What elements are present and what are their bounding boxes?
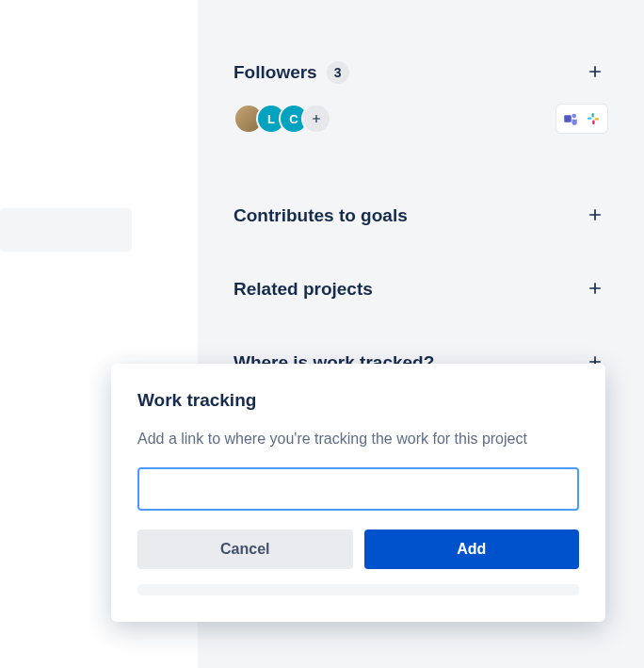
add-goal-button[interactable]: [582, 200, 608, 232]
popup-actions: Cancel Add: [137, 530, 579, 569]
related-header: Related projects: [233, 273, 608, 305]
followers-avatar-row: L C: [233, 104, 608, 134]
add-avatar-button[interactable]: [301, 104, 331, 134]
teams-icon[interactable]: [560, 108, 581, 129]
followers-title-wrap: Followers 3: [233, 61, 349, 84]
plus-icon: [586, 205, 604, 224]
followers-header: Followers 3: [233, 57, 608, 89]
followers-title: Followers: [233, 62, 317, 83]
plus-icon: [310, 112, 323, 125]
avatar-initial: L: [267, 112, 275, 126]
followers-section: Followers 3 L C: [233, 57, 608, 134]
followers-avatars: L C: [233, 104, 331, 134]
goals-section: Contributes to goals: [233, 200, 608, 232]
svg-rect-3: [592, 113, 594, 118]
related-projects-section: Related projects: [233, 273, 608, 305]
add-button[interactable]: Add: [364, 530, 580, 569]
related-title: Related projects: [233, 279, 373, 300]
avatar-initial: C: [289, 112, 298, 126]
sidebar-stub: [0, 208, 132, 252]
svg-rect-2: [588, 118, 592, 120]
goals-title: Contributes to goals: [233, 205, 408, 226]
work-tracking-popup: Work tracking Add a link to where you're…: [111, 364, 605, 622]
svg-rect-0: [564, 115, 572, 122]
plus-icon: [586, 62, 604, 81]
plus-icon: [586, 279, 604, 298]
add-related-project-button[interactable]: [582, 273, 608, 305]
svg-rect-4: [595, 118, 600, 120]
cancel-button[interactable]: Cancel: [137, 530, 353, 569]
slack-icon-svg: [585, 110, 602, 127]
add-follower-button[interactable]: [582, 57, 608, 89]
popup-stub: [137, 584, 579, 595]
goals-header: Contributes to goals: [233, 200, 608, 232]
svg-rect-5: [592, 121, 594, 125]
work-tracking-link-input[interactable]: [137, 467, 579, 511]
integrations: [555, 104, 608, 134]
followers-count-badge: 3: [327, 61, 349, 84]
slack-icon[interactable]: [583, 108, 604, 129]
svg-point-1: [572, 114, 577, 119]
teams-icon-svg: [562, 110, 579, 127]
popup-description: Add a link to where you're tracking the …: [137, 428, 579, 450]
popup-title: Work tracking: [137, 390, 579, 411]
